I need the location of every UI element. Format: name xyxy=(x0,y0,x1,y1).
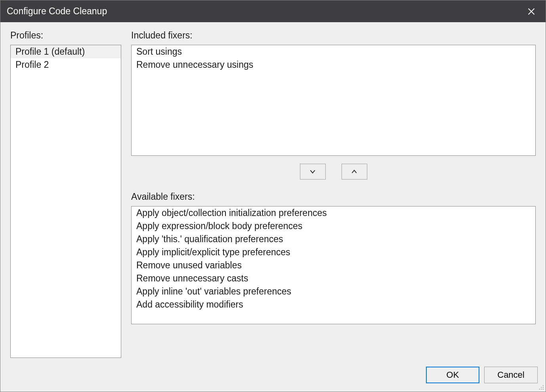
dialog-title: Configure Code Cleanup xyxy=(7,6,107,17)
available-fixer-item[interactable]: Apply implicit/explicit type preferences xyxy=(132,246,535,259)
ok-button[interactable]: OK xyxy=(426,367,479,383)
profiles-label: Profiles: xyxy=(10,30,121,41)
svg-point-3 xyxy=(539,389,540,390)
footer: OK Cancel xyxy=(0,358,546,392)
svg-point-0 xyxy=(543,385,544,386)
available-fixer-item[interactable]: Apply object/collection initialization p… xyxy=(132,207,535,220)
included-fixers-label: Included fixers: xyxy=(131,30,536,41)
available-fixer-item[interactable]: Remove unused variables xyxy=(132,259,535,272)
chevron-up-icon xyxy=(351,168,358,175)
available-fixer-item[interactable]: Remove unnecessary casts xyxy=(132,272,535,285)
content-area: Profiles: Profile 1 (default)Profile 2 I… xyxy=(0,22,546,358)
titlebar: Configure Code Cleanup xyxy=(0,0,546,22)
move-down-button[interactable] xyxy=(300,164,326,180)
resize-grip-icon[interactable] xyxy=(537,383,544,390)
move-buttons-row xyxy=(131,164,536,180)
profiles-list[interactable]: Profile 1 (default)Profile 2 xyxy=(10,45,121,358)
move-up-button[interactable] xyxy=(342,164,367,180)
chevron-down-icon xyxy=(309,168,316,175)
fixers-column: Included fixers: Sort usingsRemove unnec… xyxy=(131,30,536,358)
profile-item[interactable]: Profile 1 (default) xyxy=(11,45,121,58)
close-icon xyxy=(527,8,535,15)
close-button[interactable] xyxy=(523,4,539,19)
included-fixer-item[interactable]: Remove unnecessary usings xyxy=(132,58,535,71)
dialog-window: Configure Code Cleanup Profiles: Profile… xyxy=(0,0,546,392)
profiles-column: Profiles: Profile 1 (default)Profile 2 xyxy=(10,30,121,358)
available-fixer-item[interactable]: Apply inline 'out' variables preferences xyxy=(132,285,535,298)
included-fixer-item[interactable]: Sort usings xyxy=(132,45,535,58)
svg-point-1 xyxy=(541,387,542,388)
cancel-button[interactable]: Cancel xyxy=(484,367,538,383)
available-fixers-label: Available fixers: xyxy=(131,191,536,202)
svg-point-2 xyxy=(543,387,544,388)
svg-point-4 xyxy=(541,389,542,390)
profile-item[interactable]: Profile 2 xyxy=(11,58,121,71)
available-fixer-item[interactable]: Apply 'this.' qualification preferences xyxy=(132,233,535,246)
included-fixers-list[interactable]: Sort usingsRemove unnecessary usings xyxy=(131,45,536,156)
available-fixer-item[interactable]: Add accessibility modifiers xyxy=(132,298,535,311)
available-fixers-list[interactable]: Apply object/collection initialization p… xyxy=(131,206,536,324)
available-fixer-item[interactable]: Apply expression/block body preferences xyxy=(132,220,535,233)
svg-point-5 xyxy=(543,389,544,390)
